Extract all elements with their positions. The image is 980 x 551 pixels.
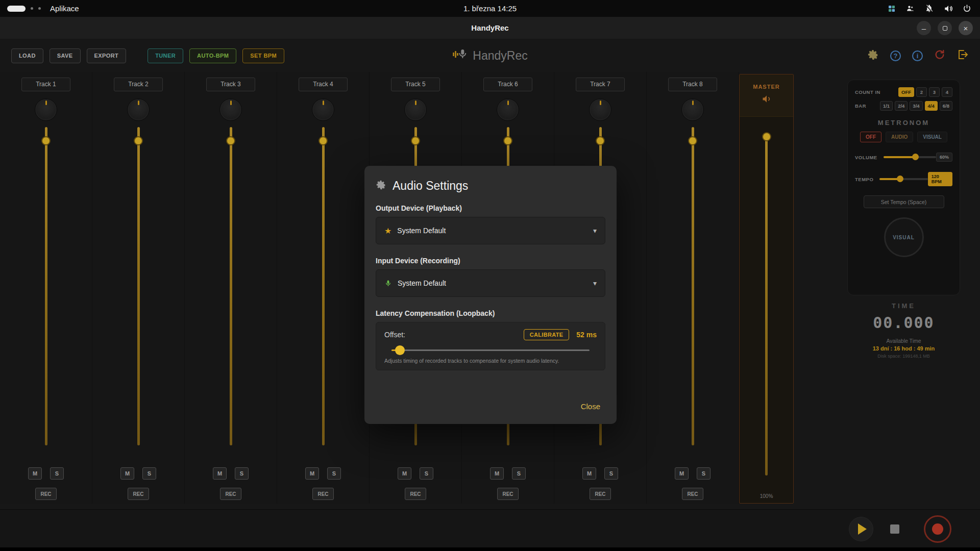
output-device-select[interactable]: ★ System Default ▾ xyxy=(376,217,605,244)
power-icon[interactable] xyxy=(962,4,972,13)
chevron-down-icon: ▾ xyxy=(593,227,597,235)
calibrate-button[interactable]: CALIBRATE xyxy=(524,329,569,340)
star-icon: ★ xyxy=(384,226,391,236)
notifications-off-icon[interactable] xyxy=(924,4,934,13)
workspace-dot xyxy=(38,7,41,10)
latency-box: Offset: CALIBRATE 52 ms Adjusts timing o… xyxy=(376,322,605,370)
maximize-icon xyxy=(943,26,947,31)
latency-label: Latency Compensation (Loopback) xyxy=(376,309,605,317)
clock[interactable]: 1. března 14:25 xyxy=(463,4,517,13)
workspace-dot xyxy=(31,7,33,10)
activities-pill[interactable] xyxy=(7,6,26,12)
offset-label: Offset: xyxy=(384,331,405,339)
applications-menu[interactable]: Aplikace xyxy=(50,4,79,13)
chevron-down-icon: ▾ xyxy=(593,279,597,287)
dialog-title: Audio Settings xyxy=(393,179,468,193)
input-device-label: Input Device (Recording) xyxy=(376,257,605,265)
offset-value: 52 ms xyxy=(576,331,597,339)
close-dialog-button[interactable]: Close xyxy=(576,399,605,414)
volume-icon[interactable] xyxy=(943,4,953,13)
output-device-value: System Default xyxy=(397,227,446,235)
offset-slider[interactable] xyxy=(391,349,590,351)
latency-help-text: Adjusts timing of recorded tracks to com… xyxy=(384,358,597,364)
window-titlebar: HandyRec – × xyxy=(0,17,980,39)
offset-slider-thumb[interactable] xyxy=(395,345,405,355)
maximize-button[interactable] xyxy=(938,21,952,35)
screen: Aplikace 1. března 14:25 HandyRec – xyxy=(0,0,980,551)
system-top-bar: Aplikace 1. března 14:25 xyxy=(0,0,980,17)
input-device-value: System Default xyxy=(398,279,446,287)
audio-settings-dialog: Audio Settings Output Device (Playback) … xyxy=(364,166,617,424)
minimize-button[interactable]: – xyxy=(917,21,931,35)
window-title: HandyRec xyxy=(471,23,508,32)
output-device-label: Output Device (Playback) xyxy=(376,204,605,212)
close-window-button[interactable]: × xyxy=(959,21,973,35)
users-icon[interactable] xyxy=(905,4,915,13)
extensions-grid-icon[interactable] xyxy=(887,4,896,13)
microphone-icon xyxy=(384,279,392,288)
input-device-select[interactable]: System Default ▾ xyxy=(376,269,605,297)
dialog-gear-icon xyxy=(376,180,386,192)
